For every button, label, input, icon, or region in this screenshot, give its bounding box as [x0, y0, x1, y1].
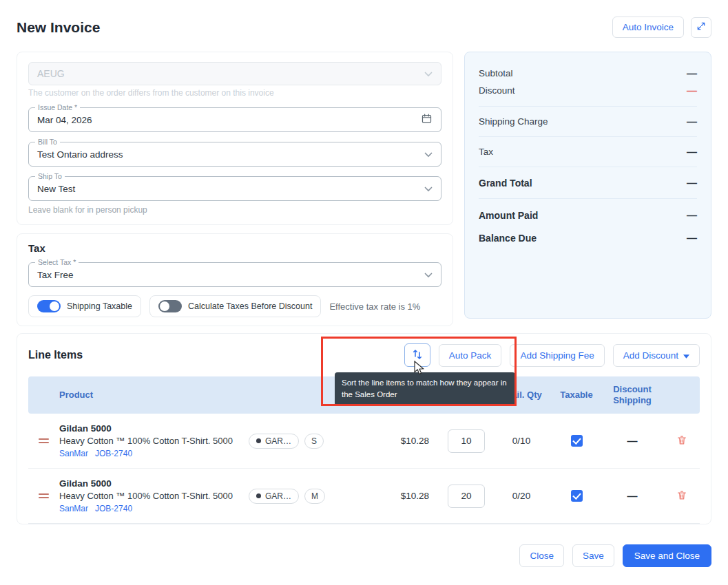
qty-input[interactable]	[448, 429, 485, 453]
size-tag-label: S	[311, 436, 317, 446]
auto-invoice-button[interactable]: Auto Invoice	[612, 17, 684, 38]
delete-line-item-button[interactable]	[675, 433, 689, 449]
footer-actions: Close Save Save and Close	[519, 544, 711, 567]
add-shipping-fee-button[interactable]: Add Shipping Fee	[510, 344, 604, 367]
select-tax-value: Tax Free	[37, 270, 424, 280]
tax-value: —	[687, 146, 697, 158]
qty-cell	[441, 485, 491, 508]
issue-date-field[interactable]: Issue Date * Mar 04, 2026	[28, 107, 441, 132]
price-cell: $10.28	[376, 436, 441, 446]
customer-value: AEUG	[37, 68, 424, 79]
discount-shipping-cell: —	[601, 490, 663, 502]
price-cell: $10.28	[376, 491, 441, 501]
save-and-close-button[interactable]: Save and Close	[623, 544, 711, 567]
tag-dot-icon	[256, 493, 261, 498]
ship-to-label: Ship To	[35, 172, 65, 180]
chevron-down-icon	[424, 68, 433, 79]
summary-row-discount: Discount —	[479, 82, 697, 107]
size-tag[interactable]: M	[304, 489, 325, 504]
add-discount-label: Add Discount	[623, 350, 678, 361]
save-label: Save	[583, 551, 604, 561]
delete-cell	[663, 433, 700, 449]
auto-pack-button[interactable]: Auto Pack	[439, 344, 502, 367]
product-cell: Gildan 5000 Heavy Cotton ™ 100% Cotton T…	[59, 478, 249, 513]
job-link[interactable]: JOB-2740	[95, 504, 132, 513]
shipping-charge-label: Shipping Charge	[479, 116, 548, 127]
invoice-form-column: AEUG The customer on the order differs f…	[17, 52, 453, 326]
table-row: Gildan 5000 Heavy Cotton ™ 100% Cotton T…	[28, 469, 700, 524]
garment-tag-label: GAR…	[265, 436, 291, 446]
size-tag[interactable]: S	[304, 434, 324, 449]
bill-to-field[interactable]: Bill To Test Ontario address	[28, 142, 441, 167]
qty-cell	[441, 429, 491, 453]
add-discount-button[interactable]: Add Discount	[613, 344, 700, 367]
ship-to-field[interactable]: Ship To New Test	[28, 176, 441, 201]
delete-line-item-button[interactable]	[675, 488, 689, 504]
product-description: Heavy Cotton ™ 100% Cotton T-Shirt. 5000	[59, 436, 249, 446]
chevron-down-icon	[424, 268, 433, 281]
toggle-on-icon[interactable]	[37, 300, 61, 312]
summary-row-balance-due: Balance Due —	[479, 226, 697, 249]
delete-cell	[663, 488, 700, 504]
tax-card: Tax Select Tax * Tax Free Shipping Taxab…	[17, 233, 453, 326]
grand-total-value: —	[687, 177, 697, 189]
vendor-link[interactable]: SanMar	[59, 504, 88, 513]
tags-cell: GAR… M	[249, 489, 376, 504]
discount-shipping-column-header: Discount Shipping	[601, 384, 663, 407]
tax-section-title: Tax	[28, 242, 441, 254]
invoice-summary-card: Subtotal — Discount — Shipping Charge — …	[464, 52, 711, 319]
product-column-header: Product	[59, 390, 249, 401]
summary-row-shipping-charge: Shipping Charge —	[479, 107, 697, 137]
garment-tag-label: GAR…	[265, 491, 291, 501]
customer-select[interactable]: AEUG	[28, 62, 441, 85]
customer-warning-text: The customer on the order differs from t…	[28, 88, 441, 98]
product-name: Gildan 5000	[59, 423, 249, 434]
drag-handle[interactable]	[28, 436, 59, 445]
invoice-details-card: AEUG The customer on the order differs f…	[17, 52, 453, 225]
sort-icon	[411, 348, 424, 363]
calendar-icon[interactable]	[421, 113, 433, 127]
garment-tag[interactable]: GAR…	[249, 489, 299, 504]
bill-to-value: Test Ontario address	[37, 149, 424, 160]
add-shipping-fee-label: Add Shipping Fee	[520, 350, 594, 361]
line-items-header: Line Items Auto Pack Add Shipping Fee Ad…	[28, 343, 700, 376]
save-button[interactable]: Save	[572, 544, 614, 567]
summary-row-subtotal: Subtotal —	[479, 61, 697, 82]
issue-date-value: Mar 04, 2026	[37, 115, 421, 125]
expand-icon	[696, 21, 706, 33]
grand-total-label: Grand Total	[479, 178, 532, 189]
trash-icon	[676, 493, 687, 503]
tax-label: Tax	[479, 147, 493, 157]
drag-handle[interactable]	[28, 491, 59, 500]
discount-shipping-value: —	[627, 490, 638, 502]
sort-line-items-button[interactable]	[404, 343, 430, 367]
subtotal-label: Subtotal	[479, 68, 513, 78]
ship-to-helper-text: Leave blank for in person pickup	[28, 205, 441, 215]
auto-invoice-label: Auto Invoice	[623, 22, 674, 32]
tax-toggles-row: Shipping Taxable Calculate Taxes Before …	[28, 295, 441, 317]
taxable-checkbox[interactable]	[571, 435, 583, 447]
job-link[interactable]: JOB-2740	[95, 449, 132, 458]
vendor-link[interactable]: SanMar	[59, 449, 88, 458]
discount-shipping-value: —	[627, 435, 638, 447]
toggle-off-icon[interactable]	[158, 300, 182, 312]
garment-tag[interactable]: GAR…	[249, 434, 299, 449]
chevron-down-icon	[424, 182, 433, 195]
close-button[interactable]: Close	[519, 544, 564, 567]
select-tax-field[interactable]: Select Tax * Tax Free	[28, 262, 441, 287]
auto-pack-label: Auto Pack	[449, 350, 492, 361]
taxable-checkbox[interactable]	[571, 490, 583, 502]
summary-row-tax: Tax —	[479, 137, 697, 167]
tags-cell: GAR… S	[249, 434, 376, 449]
ship-to-value: New Test	[37, 184, 424, 194]
trash-icon	[676, 438, 687, 448]
shipping-taxable-toggle[interactable]: Shipping Taxable	[28, 295, 141, 317]
expand-button[interactable]	[691, 17, 711, 38]
amount-paid-label: Amount Paid	[479, 210, 538, 221]
effective-tax-rate-text: Effective tax rate is 1%	[329, 301, 420, 312]
calc-taxes-before-discount-toggle[interactable]: Calculate Taxes Before Discount	[149, 295, 321, 317]
sort-tooltip: Sort the line items to match how they ap…	[335, 372, 515, 406]
bill-to-label: Bill To	[35, 138, 60, 146]
qty-input[interactable]	[448, 485, 485, 508]
topbar: New Invoice Auto Invoice	[17, 17, 711, 38]
